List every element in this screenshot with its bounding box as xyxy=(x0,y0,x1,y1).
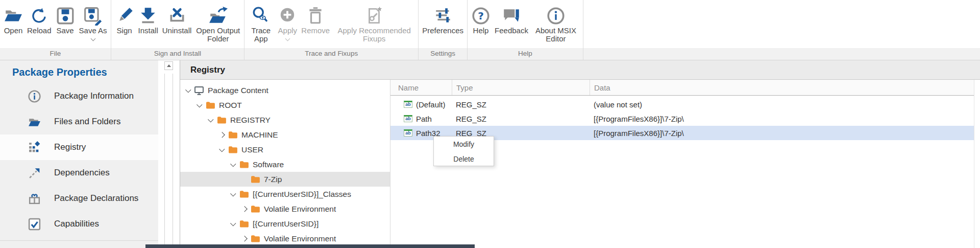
tree-node-label[interactable]: Software xyxy=(253,160,284,169)
chevron-down-icon[interactable] xyxy=(194,103,205,107)
ribbon-group-sign-install-label: Sign and Install xyxy=(111,48,244,60)
scrollbar-up-button[interactable] xyxy=(164,61,173,70)
chevron-down-icon[interactable] xyxy=(217,148,227,152)
chevron-right-icon[interactable] xyxy=(239,237,250,241)
tree-node-software[interactable]: Software xyxy=(180,157,390,172)
package-properties-sidebar: Package Properties Package Information F… xyxy=(0,60,158,248)
tree-node-volatile-environment-2[interactable]: Volatile Environment xyxy=(180,231,390,246)
reload-button[interactable]: Reload xyxy=(25,4,54,36)
info-icon xyxy=(27,89,42,103)
chevron-right-icon[interactable] xyxy=(217,133,227,137)
chevron-down-icon[interactable] xyxy=(228,222,238,226)
sidebar-item-capabilities[interactable]: Capabilities xyxy=(0,211,158,237)
apply-button[interactable]: Apply xyxy=(276,4,299,41)
apply-recommended-fixups-button[interactable]: Apply Recommended Fixups xyxy=(332,4,416,44)
save-as-button[interactable]: Save As xyxy=(77,4,109,41)
tree-node-label[interactable]: Volatile Environment xyxy=(264,234,336,243)
tree-node-label[interactable]: [{CurrentUserSID}]_Classes xyxy=(253,190,351,199)
sidebar-item-label: Registry xyxy=(54,142,86,152)
table-row-path[interactable]: ab Path REG_SZ [{ProgramFilesX86}]\7-Zip… xyxy=(390,111,974,126)
sidebar-item-package-declarations[interactable]: Package Declarations xyxy=(0,186,158,211)
chevron-down-icon[interactable] xyxy=(228,163,238,167)
scrollbar-track[interactable] xyxy=(164,74,173,248)
uninstall-label: Uninstall xyxy=(162,27,192,35)
about-msix-editor-label: About MSIX Editor xyxy=(532,27,579,43)
column-header-data[interactable]: Data xyxy=(590,80,974,95)
trace-app-button[interactable]: Trace App xyxy=(246,4,276,44)
tree-node-label[interactable]: ROOT xyxy=(219,101,242,110)
trace-app-label: Trace App xyxy=(248,27,274,43)
sign-button[interactable]: Sign xyxy=(113,4,136,36)
open-label: Open xyxy=(4,27,23,35)
save-icon xyxy=(56,5,75,27)
sidebar-item-registry[interactable]: Registry xyxy=(0,134,158,160)
preferences-button[interactable]: Preferences xyxy=(420,4,465,36)
tree-node-package-content[interactable]: Package Content xyxy=(180,83,390,98)
tree-node-root[interactable]: ROOT xyxy=(180,98,390,112)
about-msix-editor-button[interactable]: About MSIX Editor xyxy=(530,4,581,44)
dependencies-icon xyxy=(27,166,42,180)
sign-label: Sign xyxy=(117,27,132,35)
sidebar-item-files-and-folders[interactable]: Files and Folders xyxy=(0,109,158,134)
sidebar-item-label: Dependencies xyxy=(54,168,110,178)
table-row-default[interactable]: ab (Default) REG_SZ (value not set) xyxy=(390,97,974,111)
chevron-down-icon[interactable] xyxy=(228,192,238,196)
preferences-sliders-icon xyxy=(433,5,453,27)
save-button[interactable]: Save xyxy=(54,4,77,36)
open-output-folder-button[interactable]: Open Output Folder xyxy=(193,4,242,44)
feedback-button[interactable]: Feedback xyxy=(493,4,530,36)
chevron-down-icon[interactable] xyxy=(206,118,216,122)
tree-node-currentusersid[interactable]: [{CurrentUserSID}] xyxy=(180,216,390,231)
value-name: Path xyxy=(416,115,432,123)
column-header-name[interactable]: Name xyxy=(390,80,452,95)
tree-node-label[interactable]: 7-Zip xyxy=(264,175,282,184)
sidebar-item-package-information[interactable]: Package Information xyxy=(0,83,158,109)
registry-icon xyxy=(27,141,42,154)
tree-node-label[interactable]: Package Content xyxy=(208,86,268,95)
package-declarations-icon xyxy=(27,192,42,206)
save-as-dropdown-chevron-icon[interactable] xyxy=(90,36,95,41)
apply-dropdown-chevron-icon[interactable] xyxy=(285,36,290,41)
tree-node-label[interactable]: MACHINE xyxy=(241,130,278,140)
sidebar-scrollbar[interactable] xyxy=(164,61,173,248)
folder-icon xyxy=(238,161,250,168)
feedback-label: Feedback xyxy=(495,27,528,35)
string-value-icon: ab xyxy=(404,101,412,108)
computer-icon xyxy=(193,85,205,96)
table-scrollbar-gutter[interactable] xyxy=(974,80,980,248)
tree-node-volatile-environment-1[interactable]: Volatile Environment xyxy=(180,201,390,216)
tree-node-label[interactable]: Volatile Environment xyxy=(264,205,336,214)
help-button[interactable]: ? Help xyxy=(469,4,493,36)
files-folders-icon xyxy=(27,115,42,129)
uninstall-icon xyxy=(167,5,187,27)
column-header-type[interactable]: Type xyxy=(452,80,590,95)
help-label: Help xyxy=(473,27,489,35)
save-as-label: Save As xyxy=(79,27,107,35)
tree-node-machine[interactable]: MACHINE xyxy=(180,127,390,142)
open-button[interactable]: Open xyxy=(2,4,25,36)
tree-node-currentusersid-classes[interactable]: [{CurrentUserSID}]_Classes xyxy=(180,187,390,201)
remove-button[interactable]: Remove xyxy=(299,4,332,36)
apply-recommended-fixups-label: Apply Recommended Fixups xyxy=(334,27,414,43)
ribbon-group-trace-fixups: Trace App Apply Remove Apply Recommended… xyxy=(244,0,419,60)
ribbon-group-settings: Preferences Settings xyxy=(419,0,468,60)
chevron-down-icon[interactable] xyxy=(183,88,193,93)
ribbon-group-file-label: File xyxy=(0,48,111,60)
context-menu-item-modify[interactable]: Modify xyxy=(434,137,494,151)
sign-pencil-icon xyxy=(115,5,134,27)
tree-node-registry[interactable]: REGISTRY xyxy=(180,112,390,127)
tree-node-user[interactable]: USER xyxy=(180,142,390,157)
tree-node-7zip[interactable]: 7-Zip xyxy=(180,172,390,187)
sidebar-item-dependencies[interactable]: Dependencies xyxy=(0,160,158,186)
value-data: (value not set) xyxy=(590,100,974,109)
install-button[interactable]: Install xyxy=(136,4,160,36)
tree-node-label[interactable]: REGISTRY xyxy=(230,116,271,125)
tree-node-label[interactable]: [{CurrentUserSID}] xyxy=(253,219,318,229)
install-arrow-icon xyxy=(138,5,158,27)
feedback-bubble-icon xyxy=(502,5,521,27)
remove-label: Remove xyxy=(301,27,330,35)
chevron-right-icon[interactable] xyxy=(239,207,250,211)
context-menu-item-delete[interactable]: Delete xyxy=(434,151,494,166)
uninstall-button[interactable]: Uninstall xyxy=(160,4,194,36)
tree-node-label[interactable]: USER xyxy=(241,145,263,154)
